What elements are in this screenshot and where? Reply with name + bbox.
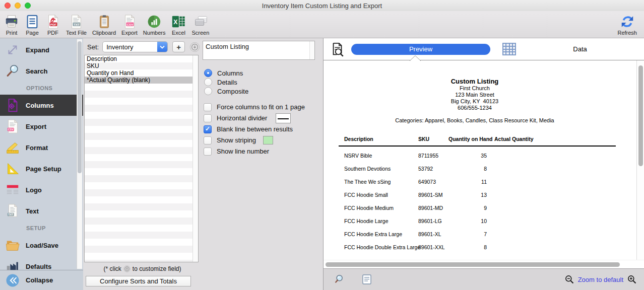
zoom-to-default-link[interactable]: Zoom to default: [578, 276, 623, 283]
sidebar-item-columns[interactable]: Columns: [0, 95, 83, 116]
checkbox-force-columns[interactable]: Force columns to fit on 1 page: [204, 102, 305, 112]
add-field-set-button[interactable]: +: [172, 41, 185, 52]
field-row-actual-quantity[interactable]: *Actual Quantity (blank): [85, 77, 198, 84]
toolbar: Print Page PDF PDF TXT Text File Clipboa…: [0, 11, 644, 38]
field-list-scrollbar[interactable]: [192, 55, 198, 262]
radio-label: Details: [217, 79, 237, 86]
table-row: FCC Hoodie Double Extra Large89601-XXL8: [339, 241, 616, 254]
preview-document-icon: [330, 42, 345, 57]
csv-export-icon: CSV: [122, 14, 137, 29]
sidebar-scrollbar[interactable]: [77, 39, 82, 269]
divider-style-preview[interactable]: [276, 113, 291, 123]
preview-horizontal-scrollbar[interactable]: [324, 260, 644, 268]
toolbar-label: Numbers: [143, 30, 166, 36]
svg-text:TXT: TXT: [8, 213, 14, 216]
checkbox-horizontal-divider[interactable]: Horizontal divider: [204, 113, 305, 123]
text-file-button[interactable]: TXT Text File: [66, 14, 87, 36]
sidebar-item-collapse[interactable]: Collapse: [0, 270, 83, 290]
set-select[interactable]: Inventory: [102, 41, 168, 52]
configure-sorts-totals-button[interactable]: Configure Sorts and Totals: [86, 276, 191, 286]
field-row-description[interactable]: Description: [85, 55, 198, 62]
customize-field-button[interactable]: [189, 42, 200, 52]
tab-preview[interactable]: Preview: [351, 44, 490, 55]
checkbox-icon[interactable]: [204, 148, 212, 156]
preview-horizontal-scrollbar-thumb[interactable]: [326, 262, 620, 267]
checkbox-icon[interactable]: [204, 125, 212, 133]
checkbox-icon[interactable]: [204, 136, 212, 144]
preview-vertical-scrollbar-thumb[interactable]: [638, 65, 643, 166]
sidebar: Expand Search OPTIONS Columns CSV Export: [0, 38, 83, 290]
notes-icon[interactable]: [362, 274, 372, 285]
checkbox-blank-line[interactable]: Blank line between results: [204, 124, 305, 134]
page-setup-icon: [5, 161, 20, 176]
excel-icon: X: [171, 14, 186, 29]
toolbar-label: Export: [121, 30, 138, 36]
defaults-icon: [5, 259, 20, 270]
sidebar-scroll-area: Expand Search OPTIONS Columns CSV Export: [0, 38, 83, 270]
sidebar-item-label: Columns: [26, 102, 54, 109]
sidebar-section-setup: SETUP: [0, 222, 83, 235]
print-button[interactable]: Print: [4, 14, 19, 36]
striping-color-swatch[interactable]: [263, 136, 273, 144]
close-button[interactable]: [5, 3, 11, 9]
checkbox-show-line-number[interactable]: Show line number: [204, 146, 305, 157]
sidebar-item-page-setup[interactable]: Page Setup: [0, 158, 83, 179]
field-row-sku[interactable]: SKU: [85, 62, 198, 69]
window-title: Inventory Item Custom Listing and Export: [0, 2, 644, 10]
screen-button[interactable]: Screen: [191, 14, 209, 36]
sidebar-item-load-save[interactable]: Load/Save: [0, 235, 83, 256]
checkbox-label: Blank line between results: [217, 125, 293, 133]
page-button[interactable]: Page: [25, 14, 40, 36]
radio-composite[interactable]: Composite: [204, 87, 248, 96]
export-button[interactable]: CSV Export: [121, 14, 138, 36]
svg-text:X: X: [174, 19, 178, 26]
sidebar-scrollbar-thumb[interactable]: [78, 41, 82, 173]
zoom-out-icon[interactable]: [564, 274, 574, 284]
radio-details[interactable]: Details: [204, 78, 248, 87]
checkbox-icon[interactable]: [204, 114, 212, 122]
sidebar-section-options: OPTIONS: [0, 82, 83, 95]
table-row: FCC Hoodie Small89601-SM13: [339, 188, 616, 201]
pdf-button[interactable]: PDF PDF: [45, 14, 60, 36]
clipboard-button[interactable]: Clipboard: [92, 14, 116, 36]
zoom-in-icon[interactable]: [627, 274, 637, 284]
minimize-button[interactable]: [15, 3, 21, 9]
sidebar-item-export[interactable]: CSV Export: [0, 116, 83, 137]
sidebar-item-label: Export: [26, 123, 46, 130]
table-row: FCC Hoodie Medium89601-MD9: [339, 201, 616, 214]
sidebar-item-text[interactable]: TXT Text: [0, 200, 83, 222]
listing-title-scrollbar[interactable]: [309, 41, 314, 59]
checkbox-show-striping[interactable]: Show striping: [204, 135, 305, 146]
radio-icon[interactable]: [204, 78, 212, 86]
sidebar-item-expand[interactable]: Expand: [0, 39, 83, 60]
sidebar-item-logo[interactable]: Logo: [0, 179, 83, 200]
svg-text:CSV: CSV: [8, 128, 14, 131]
sidebar-item-format[interactable]: Format: [0, 137, 83, 158]
toolbar-label: Clipboard: [92, 30, 116, 36]
window-controls: [5, 3, 31, 9]
table-row: The Thee We sSing64907311: [339, 175, 616, 188]
zoom-window-button[interactable]: [25, 3, 31, 9]
radio-columns[interactable]: Columns: [204, 68, 248, 78]
sidebar-item-defaults[interactable]: Defaults: [0, 256, 83, 270]
sidebar-item-label: Format: [26, 144, 48, 152]
field-list[interactable]: Description SKU Quantity on Hand *Actual…: [84, 55, 199, 262]
folder-icon: [5, 238, 20, 253]
checkbox-icon[interactable]: [204, 103, 212, 111]
excel-button[interactable]: X Excel: [171, 14, 186, 36]
tab-pointer-caret: [409, 55, 421, 61]
sidebar-item-search[interactable]: Search: [0, 60, 83, 82]
tab-data[interactable]: Data: [516, 45, 644, 53]
field-row-quantity-on-hand[interactable]: Quantity on Hand: [85, 69, 198, 77]
preview-vertical-scrollbar[interactable]: [636, 60, 644, 260]
search-icon[interactable]: [335, 274, 346, 285]
preview-panel: Preview Data Custom Listing First Church…: [324, 38, 644, 290]
numbers-button[interactable]: Numbers: [143, 14, 166, 36]
data-grid-icon[interactable]: [502, 43, 516, 55]
radio-icon[interactable]: [204, 69, 212, 77]
listing-title-input[interactable]: Custom Listing: [203, 41, 314, 59]
preview-content: Custom Listing First Church 123 Main Str…: [324, 60, 644, 260]
refresh-button[interactable]: Refresh: [617, 14, 637, 36]
chevron-down-icon[interactable]: [157, 41, 167, 52]
radio-icon[interactable]: [204, 87, 212, 95]
